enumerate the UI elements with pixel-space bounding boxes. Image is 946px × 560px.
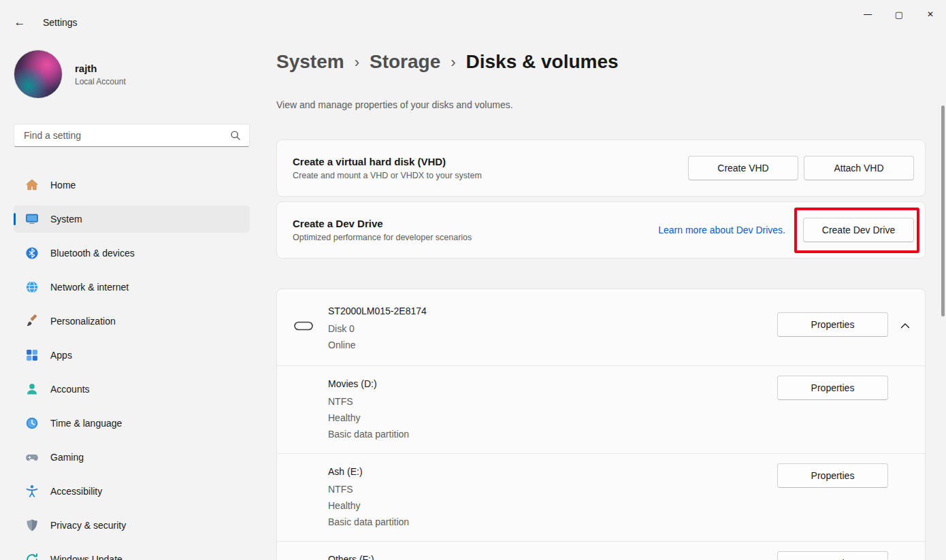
sidebar: rajth Local Account Home xyxy=(0,38,265,560)
dev-drive-card-title: Create a Dev Drive xyxy=(293,218,658,229)
page-subtitle: View and manage properties of your disks… xyxy=(276,99,513,110)
home-icon xyxy=(25,178,39,193)
volume-properties-button[interactable]: Properties xyxy=(777,463,888,488)
sidebar-item-apps[interactable]: Apps xyxy=(14,342,250,369)
create-vhd-button[interactable]: Create VHD xyxy=(688,156,798,180)
volume-row: Others (F:) NTFS Properties xyxy=(277,541,925,560)
vhd-card: Create a virtual hard disk (VHD) Create … xyxy=(276,139,926,197)
sidebar-nav: Home System Bluetooth & devices xyxy=(14,171,250,560)
volume-properties-button[interactable]: Properties xyxy=(777,551,888,560)
privacy-icon xyxy=(25,518,39,533)
user-name: rajth xyxy=(75,63,126,74)
disk-list-card: ST2000LM015-2E8174 Disk 0 Online Propert… xyxy=(276,289,926,560)
sidebar-item-network[interactable]: Network & internet xyxy=(14,274,250,301)
sidebar-item-label: Time & language xyxy=(50,418,122,429)
dev-drive-card-description: Optimized performance for developer scen… xyxy=(293,233,658,242)
sidebar-item-accessibility[interactable]: Accessibility xyxy=(14,478,250,505)
dev-drives-learn-more-link[interactable]: Learn more about Dev Drives. xyxy=(658,225,785,235)
volume-row: Ash (E:) NTFS Healthy Basic data partiti… xyxy=(277,453,925,541)
sidebar-item-label: Privacy & security xyxy=(50,520,126,531)
disk-drive-icon xyxy=(294,320,313,334)
main-content: System › Storage › Disks & volumes View … xyxy=(276,0,927,560)
sidebar-item-time-language[interactable]: Time & language xyxy=(14,410,250,437)
window-title: Settings xyxy=(43,17,78,28)
volume-partition-type: Basic data partition xyxy=(328,426,914,442)
sidebar-item-accounts[interactable]: Accounts xyxy=(14,376,250,403)
volume-health: Healthy xyxy=(328,497,914,514)
time-language-icon xyxy=(25,416,39,431)
disk-status: Online xyxy=(328,337,914,353)
volume-properties-button[interactable]: Properties xyxy=(777,376,888,400)
network-icon xyxy=(25,280,39,295)
sidebar-item-system[interactable]: System xyxy=(14,205,250,233)
chevron-up-icon xyxy=(900,323,910,329)
apps-icon xyxy=(25,348,39,363)
sidebar-item-label: Apps xyxy=(50,350,72,361)
volume-row: Movies (D:) NTFS Healthy Basic data part… xyxy=(277,365,925,453)
disk-properties-button[interactable]: Properties xyxy=(777,312,888,337)
chevron-right-icon: › xyxy=(451,52,455,71)
close-icon: ✕ xyxy=(927,10,934,19)
selected-accent-bar xyxy=(14,213,16,225)
bluetooth-icon xyxy=(25,246,39,261)
sidebar-item-home[interactable]: Home xyxy=(14,171,250,199)
volume-health: Healthy xyxy=(328,410,914,426)
breadcrumb-storage[interactable]: Storage xyxy=(370,51,440,73)
sidebar-item-label: Accessibility xyxy=(50,486,102,497)
sidebar-item-label: Gaming xyxy=(50,452,84,463)
accounts-icon xyxy=(25,382,39,397)
system-icon xyxy=(25,212,39,227)
sidebar-item-label: Network & internet xyxy=(50,282,129,293)
vhd-card-description: Create and mount a VHD or VHDX to your s… xyxy=(293,171,683,180)
attach-vhd-button[interactable]: Attach VHD xyxy=(804,156,914,180)
user-account-block[interactable]: rajth Local Account xyxy=(14,50,126,99)
back-arrow-icon: ← xyxy=(14,16,26,29)
user-account-type: Local Account xyxy=(75,77,126,86)
breadcrumb: System › Storage › Disks & volumes xyxy=(276,51,619,73)
scrollbar-thumb[interactable] xyxy=(941,105,945,316)
sidebar-item-label: Windows Update xyxy=(50,554,123,560)
sidebar-item-windows-update[interactable]: Windows Update xyxy=(14,546,250,560)
breadcrumb-system[interactable]: System xyxy=(276,51,344,73)
collapse-disk-button[interactable] xyxy=(895,316,915,334)
sidebar-item-privacy[interactable]: Privacy & security xyxy=(14,512,250,539)
sidebar-item-label: Accounts xyxy=(50,384,90,395)
sidebar-item-label: Home xyxy=(50,180,76,191)
search-input[interactable] xyxy=(14,130,230,141)
gaming-icon xyxy=(25,450,39,465)
accessibility-icon xyxy=(25,484,39,499)
page-title: Disks & volumes xyxy=(466,51,619,73)
create-dev-drive-button[interactable]: Create Dev Drive xyxy=(803,218,914,242)
avatar xyxy=(14,50,63,99)
dev-drive-card: Create a Dev Drive Optimized performance… xyxy=(276,201,926,259)
chevron-right-icon: › xyxy=(355,52,359,71)
sidebar-item-gaming[interactable]: Gaming xyxy=(14,444,250,471)
sidebar-item-label: System xyxy=(50,214,82,225)
sidebar-item-label: Personalization xyxy=(50,316,116,327)
sidebar-item-personalization[interactable]: Personalization xyxy=(14,308,250,335)
search-box xyxy=(14,124,250,147)
volume-partition-type: Basic data partition xyxy=(328,514,914,530)
sidebar-item-bluetooth[interactable]: Bluetooth & devices xyxy=(14,240,250,267)
sidebar-item-label: Bluetooth & devices xyxy=(50,248,135,259)
back-button[interactable]: ← xyxy=(10,12,30,33)
personalization-icon xyxy=(25,314,39,329)
search-icon xyxy=(230,130,241,141)
windows-update-icon xyxy=(25,552,39,560)
vhd-card-title: Create a virtual hard disk (VHD) xyxy=(293,156,683,167)
disk-row: ST2000LM015-2E8174 Disk 0 Online Propert… xyxy=(277,289,925,365)
